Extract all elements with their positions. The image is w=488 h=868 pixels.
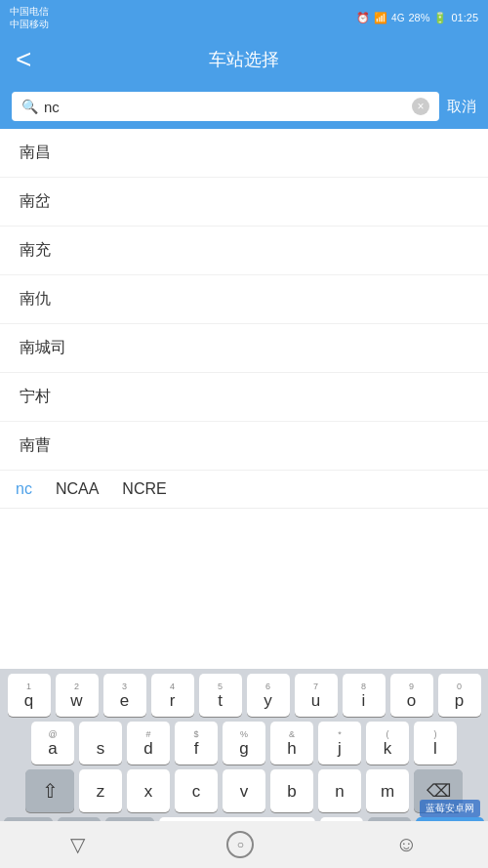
search-input[interactable] — [44, 99, 406, 115]
list-item[interactable]: 南岔 — [0, 178, 488, 227]
signal-icon: 4G — [391, 13, 404, 23]
key-i[interactable]: 8i — [343, 674, 386, 717]
key-o[interactable]: 9o — [390, 674, 433, 717]
suggestion-nc[interactable]: nc — [16, 480, 32, 498]
back-icon: < — [16, 44, 31, 75]
keyboard-row-1: 1q 2w 3e 4r 5t 6y 7u 8i 9o 0p — [0, 669, 488, 717]
suggestions-bar: nc NCAA NCRE — [0, 471, 488, 509]
key-y[interactable]: 6y — [247, 674, 290, 717]
key-k[interactable]: (k — [366, 722, 409, 765]
alarm-icon: ⏰ — [356, 12, 370, 24]
key-b[interactable]: b — [270, 769, 313, 812]
key-g[interactable]: %g — [223, 722, 265, 765]
key-r[interactable]: 4r — [151, 674, 194, 717]
key-e[interactable]: 3e — [103, 674, 146, 717]
suggestion-ncaa[interactable]: NCAA — [56, 480, 99, 498]
battery-icon: 🔋 — [433, 12, 447, 24]
key-a[interactable]: @a — [31, 722, 74, 765]
back-nav-icon[interactable]: ▽ — [70, 833, 85, 856]
keyboard-row-2: @a s #d $f %g &h *j (k )l — [0, 717, 488, 765]
shift-key[interactable]: ⇧ — [25, 769, 74, 812]
search-icon: 🔍 — [21, 99, 38, 114]
cancel-button[interactable]: 取消 — [447, 98, 476, 116]
key-m[interactable]: m — [366, 769, 409, 812]
key-h[interactable]: &h — [270, 722, 313, 765]
recents-nav-icon[interactable]: ☺ — [395, 832, 417, 857]
key-s[interactable]: s — [79, 722, 122, 765]
key-u[interactable]: 7u — [295, 674, 338, 717]
key-x[interactable]: x — [127, 769, 170, 812]
carrier-info: 中国电信 中国移动 — [10, 5, 49, 30]
results-list: 南昌 南岔 南充 南仇 南城司 宁村 南曹 — [0, 129, 488, 471]
key-t[interactable]: 5t — [199, 674, 242, 717]
suggestion-ncre[interactable]: NCRE — [122, 480, 166, 498]
list-item[interactable]: 南充 — [0, 227, 488, 275]
key-p[interactable]: 0p — [438, 674, 481, 717]
delete-key[interactable]: ⌫ — [414, 769, 463, 812]
key-c[interactable]: c — [175, 769, 218, 812]
list-item[interactable]: 南城司 — [0, 324, 488, 373]
list-item[interactable]: 宁村 — [0, 373, 488, 422]
key-l[interactable]: )l — [414, 722, 457, 765]
wifi-icon: 📶 — [374, 12, 387, 24]
list-item[interactable]: 南曹 — [0, 422, 488, 471]
carrier1: 中国电信 — [10, 5, 49, 18]
nav-bar: ▽ ○ ☺ — [0, 821, 488, 868]
key-v[interactable]: v — [223, 769, 265, 812]
back-button[interactable]: < — [16, 44, 31, 75]
list-item[interactable]: 南仇 — [0, 275, 488, 324]
search-bar: 🔍 × 取消 — [0, 84, 488, 129]
key-d[interactable]: #d — [127, 722, 170, 765]
key-q[interactable]: 1q — [8, 674, 51, 717]
battery-percent: 28% — [408, 12, 429, 23]
home-nav-icon[interactable]: ○ — [226, 831, 254, 858]
key-f[interactable]: $f — [175, 722, 218, 765]
status-right: ⏰ 📶 4G 28% 🔋 01:25 — [356, 12, 478, 24]
search-input-wrap: 🔍 × — [12, 92, 439, 121]
clear-button[interactable]: × — [412, 98, 429, 115]
key-n[interactable]: n — [318, 769, 361, 812]
key-z[interactable]: z — [79, 769, 122, 812]
list-item[interactable]: 南昌 — [0, 129, 488, 178]
status-bar: 中国电信 中国移动 ⏰ 📶 4G 28% 🔋 01:25 — [0, 0, 488, 35]
header: < 车站选择 — [0, 35, 488, 84]
keyboard-row-3: ⇧ z x c v b n m ⌫ — [0, 765, 488, 812]
carrier2: 中国移动 — [10, 18, 49, 30]
key-j[interactable]: *j — [318, 722, 361, 765]
page-title: 车站选择 — [209, 48, 279, 71]
key-w[interactable]: 2w — [56, 674, 99, 717]
time: 01:25 — [451, 12, 478, 23]
